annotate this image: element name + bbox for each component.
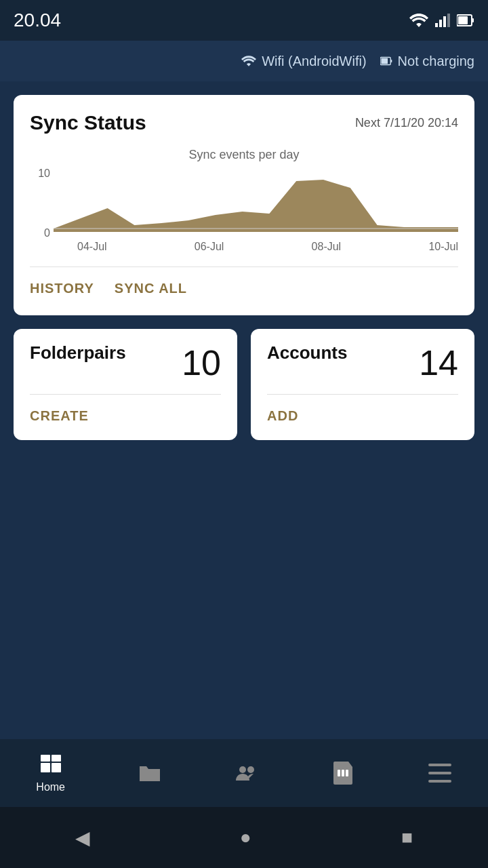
chart-svg-wrap: 04-Jul 06-Jul 08-Jul 10-Jul (54, 167, 458, 253)
home-button[interactable]: ● (240, 827, 251, 848)
sync-all-button[interactable]: SYNC ALL (115, 278, 187, 299)
svg-rect-13 (52, 763, 61, 772)
folderpairs-card: Folderpairs 10 CREATE (14, 329, 237, 440)
folder-icon (138, 761, 162, 785)
chart-area: 10 0 04-Jul 06-Jul 08-Jul 10-Jul (30, 167, 458, 256)
folderpairs-divider (30, 394, 221, 395)
svg-rect-0 (435, 23, 438, 27)
contacts-icon (234, 761, 258, 785)
nav-folder[interactable] (138, 761, 162, 785)
y-max: 10 (30, 167, 50, 180)
menu-icon (428, 761, 452, 785)
accounts-header: Accounts 14 (267, 342, 458, 383)
sync-title: Sync Status (30, 111, 146, 134)
chart-label: Sync events per day (30, 148, 458, 162)
status-icons (409, 14, 474, 27)
folderpairs-title: Folderpairs (30, 342, 126, 363)
svg-rect-2 (443, 16, 446, 27)
accounts-count: 14 (419, 342, 458, 383)
sync-status-card: Sync Status Next 7/11/20 20:14 Sync even… (14, 95, 474, 315)
svg-rect-22 (428, 772, 451, 774)
add-button[interactable]: ADD (267, 406, 298, 427)
nav-home[interactable]: Home (36, 753, 65, 793)
nav-sdcard[interactable] (331, 761, 355, 785)
accounts-card: Accounts 14 ADD (251, 329, 474, 440)
svg-rect-3 (447, 14, 450, 27)
svg-point-16 (239, 766, 246, 773)
chart-x-labels: 04-Jul 06-Jul 08-Jul 10-Jul (77, 241, 458, 253)
status-bar: 20.04 (0, 0, 488, 41)
sync-divider (30, 267, 458, 267)
svg-point-17 (247, 766, 254, 773)
svg-rect-15 (52, 755, 61, 762)
chart-svg (54, 167, 458, 235)
svg-rect-20 (346, 770, 348, 776)
home-icon (39, 753, 63, 777)
status-time: 20.04 (14, 9, 61, 31)
cards-row: Folderpairs 10 CREATE Accounts 14 ADD (14, 329, 474, 440)
folderpairs-header: Folderpairs 10 (30, 342, 221, 383)
battery-label: Not charging (398, 54, 474, 69)
svg-rect-21 (428, 764, 451, 766)
x-label-3: 08-Jul (312, 241, 342, 253)
home-label: Home (36, 781, 65, 793)
svg-rect-18 (338, 770, 340, 776)
svg-rect-19 (342, 770, 344, 776)
folderpairs-count: 10 (182, 342, 221, 383)
recent-button[interactable]: ■ (401, 827, 413, 848)
wifi-small-icon (241, 56, 256, 66)
main-content: Sync Status Next 7/11/20 20:14 Sync even… (0, 81, 488, 440)
x-label-2: 06-Jul (195, 241, 224, 253)
sync-card-header: Sync Status Next 7/11/20 20:14 (30, 111, 458, 134)
accounts-divider (267, 394, 458, 395)
battery-info: Not charging (380, 54, 474, 69)
svg-rect-9 (381, 58, 388, 64)
nav-contacts[interactable] (234, 761, 258, 785)
sync-next: Next 7/11/20 20:14 (355, 116, 458, 130)
y-min: 0 (30, 227, 50, 239)
history-button[interactable]: HISTORY (30, 278, 94, 299)
battery-small-icon (380, 56, 392, 66)
svg-rect-8 (390, 60, 392, 62)
svg-rect-5 (472, 18, 474, 22)
info-bar: Wifi (AndroidWifi) Not charging (0, 41, 488, 81)
bottom-nav: Home (0, 739, 488, 807)
svg-rect-23 (428, 780, 451, 783)
wifi-icon (409, 14, 428, 27)
x-label-4: 10-Jul (428, 241, 458, 253)
svg-marker-10 (54, 180, 458, 232)
svg-rect-14 (41, 755, 50, 762)
sync-actions: HISTORY SYNC ALL (30, 278, 458, 299)
wifi-info: Wifi (AndroidWifi) (241, 54, 366, 69)
svg-rect-6 (458, 16, 468, 24)
accounts-title: Accounts (267, 342, 347, 363)
create-button[interactable]: CREATE (30, 406, 89, 427)
sdcard-icon (331, 761, 355, 785)
x-label-1: 04-Jul (77, 241, 107, 253)
signal-icon (435, 14, 450, 27)
wifi-label: Wifi (AndroidWifi) (262, 54, 366, 69)
back-button[interactable]: ◀ (75, 827, 90, 849)
svg-rect-1 (439, 20, 442, 27)
chart-y-labels: 10 0 (30, 167, 50, 256)
battery-icon (457, 14, 474, 27)
nav-menu[interactable] (428, 761, 452, 785)
android-nav: ◀ ● ■ (0, 807, 488, 868)
svg-rect-12 (41, 763, 50, 772)
